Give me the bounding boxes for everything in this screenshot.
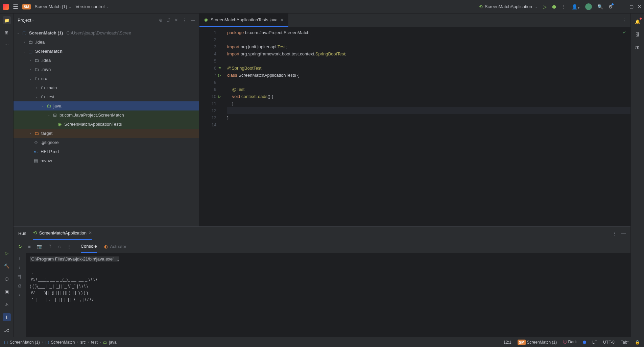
editor-gutter: 1 2 3 4 5 6⟲ 7▷ 8 9 10▷ 11 12 13 14 xyxy=(199,27,223,226)
spring-icon: ⟲ xyxy=(479,4,483,9)
minimize-button[interactable]: — xyxy=(621,4,625,9)
app-icon xyxy=(3,4,9,10)
editor-tab-bar: ◉ ScreenMatchApplicationTests.java ✕ ⋮ xyxy=(199,14,630,27)
print-icon[interactable]: ⎙ xyxy=(18,283,21,288)
debug-button[interactable]: ⬢ xyxy=(552,4,556,9)
right-tool-rail: 🔔 🗄 m xyxy=(630,14,644,337)
code-editor[interactable]: 1 2 3 4 5 6⟲ 7▷ 8 9 10▷ 11 12 13 14 xyxy=(199,27,630,226)
scroll-up-icon[interactable]: ↑ xyxy=(18,256,21,261)
console-tab[interactable]: Console xyxy=(81,240,97,253)
vcs-tool-icon[interactable]: ⎇ xyxy=(3,326,11,334)
console-output[interactable]: "C:\Program Files\Java\jdk-21\bin\java.e… xyxy=(26,253,630,337)
run-button[interactable]: ▷ xyxy=(543,4,547,9)
tree-item-java[interactable]: ⌄🗀 java xyxy=(14,101,199,110)
tree-item-gitignore[interactable]: ⊘ .gitignore xyxy=(14,138,199,147)
user-avatar[interactable] xyxy=(585,3,592,10)
tree-item-mvnw[interactable]: ▤ mvnw xyxy=(14,156,199,165)
project-name-dropdown[interactable]: ScreenMatch (1) ⌄ xyxy=(35,4,72,9)
inspection-ok-icon[interactable]: ✓ xyxy=(623,30,626,35)
search-icon[interactable]: 🔍 xyxy=(597,4,603,9)
run-gutter-icon[interactable]: ▷ xyxy=(218,93,221,100)
collaborate-icon[interactable]: 👤₊ xyxy=(572,4,580,9)
exit-icon[interactable]: ⤒ xyxy=(48,244,52,249)
run-options-icon[interactable]: ⋮ xyxy=(612,231,617,236)
run-label: Run xyxy=(18,231,26,236)
tree-item-idea2[interactable]: ›🗀 .idea xyxy=(14,56,199,65)
spring-icon: ⟲ xyxy=(33,230,37,236)
scroll-down-icon[interactable]: ↓ xyxy=(18,265,21,270)
close-tab-icon[interactable]: ✕ xyxy=(280,18,284,22)
titlebar: ☰ SM ScreenMatch (1) ⌄ Version control ⌄… xyxy=(0,0,644,14)
editor-tab[interactable]: ◉ ScreenMatchApplicationTests.java ✕ xyxy=(199,14,288,27)
cursor-position[interactable]: 12:1 xyxy=(503,340,511,345)
more-tool-icon[interactable]: ⋯ xyxy=(3,41,11,49)
run-config-tab[interactable]: ⟲ ScreenMatchApplication ✕ xyxy=(33,227,92,240)
run-tool-icon[interactable]: ▷ xyxy=(3,249,11,257)
editor-options-icon[interactable]: ⋮ xyxy=(622,18,626,23)
project-badge: SM xyxy=(22,4,31,9)
tree-item-mvn[interactable]: ›🗀 .mvn xyxy=(14,65,199,74)
tree-item-main[interactable]: ›🗀 main xyxy=(14,83,199,92)
tree-item-src[interactable]: ⌄🗀 src xyxy=(14,74,199,83)
version-control-dropdown[interactable]: Version control ⌄ xyxy=(75,4,109,9)
close-run-tab-icon[interactable]: ✕ xyxy=(89,230,92,235)
database-icon[interactable]: 🗄 xyxy=(634,30,642,39)
run-gutter-icon[interactable]: ⟲ xyxy=(218,65,221,72)
hide-run-icon[interactable]: — xyxy=(621,231,626,236)
collapse-icon[interactable]: ✕ xyxy=(174,18,178,23)
main-menu-icon[interactable]: ☰ xyxy=(13,3,18,10)
settings-icon[interactable]: ⚙ xyxy=(609,4,613,9)
tree-item-test-class[interactable]: ◉ ScreenMatchApplicationTests xyxy=(14,120,199,129)
soft-wrap-icon[interactable]: ⇶ xyxy=(18,274,21,279)
locate-icon[interactable]: ⊕ xyxy=(159,18,163,23)
dependencies-tool-icon[interactable]: ⬇ xyxy=(3,313,11,321)
theme-indicator[interactable]: ⓜ Dark xyxy=(563,339,577,345)
maven-icon[interactable]: m xyxy=(634,43,642,51)
chevron-down-icon[interactable]: ⌄ xyxy=(32,18,34,22)
run-gutter-icon[interactable]: ▷ xyxy=(218,72,221,79)
notifications-icon[interactable]: 🔔 xyxy=(634,18,642,26)
project-panel-title[interactable]: Project xyxy=(18,18,31,23)
actuator-tab[interactable]: ◐ Actuator xyxy=(104,240,126,253)
tree-item-idea[interactable]: ›🗀 .idea xyxy=(14,38,199,47)
snapshot-icon[interactable]: 📷 xyxy=(37,244,42,249)
sync-indicator[interactable] xyxy=(583,341,586,344)
tree-item-package[interactable]: ⌄⊞ br.com.JavaProject.ScreenMatch xyxy=(14,110,199,120)
tree-item-test[interactable]: ⌄🗀 test xyxy=(14,92,199,101)
project-panel: Project ⌄ ⊕ ⇵ ✕ ⋮ — ⌄▢ ScreenMatch (1) C… xyxy=(14,14,199,226)
actuator-icon: ◐ xyxy=(104,244,108,249)
terminal-tool-icon[interactable]: ▣ xyxy=(3,288,11,296)
hide-panel-icon[interactable]: — xyxy=(191,18,195,23)
line-separator[interactable]: LF xyxy=(592,340,597,345)
status-bar: ▢ScreenMatch (1) › ▢ScreenMatch ›src ›te… xyxy=(0,337,644,347)
maximize-button[interactable]: ▢ xyxy=(629,4,634,9)
project-tool-icon[interactable]: 📁 xyxy=(3,16,11,24)
rerun-icon[interactable]: ↻ xyxy=(18,244,22,249)
services-tool-icon[interactable]: ⬡ xyxy=(3,275,11,283)
tree-options-icon[interactable]: ⋮ xyxy=(182,18,187,23)
more-run-icon[interactable]: ⋮ xyxy=(67,244,71,249)
expand-console-icon[interactable]: › xyxy=(19,292,20,297)
indent-indicator[interactable]: Tab* xyxy=(621,340,629,345)
tree-item-help[interactable]: M↓ HELP.md xyxy=(14,147,199,156)
structure-tool-icon[interactable]: ⊞ xyxy=(3,28,11,36)
project-tree[interactable]: ⌄▢ ScreenMatch (1) C:\Users\joaop\Downlo… xyxy=(14,27,199,226)
readonly-icon[interactable]: 🔒 xyxy=(635,340,640,345)
layout-icon[interactable]: ⌂ xyxy=(58,244,61,249)
run-config-dropdown[interactable]: ⟲ ScreenMatchApplication ⌄ xyxy=(479,4,538,9)
breadcrumb[interactable]: ▢ScreenMatch (1) › ▢ScreenMatch ›src ›te… xyxy=(4,340,117,345)
close-button[interactable]: ✕ xyxy=(638,4,641,9)
stop-icon[interactable]: ■ xyxy=(28,244,31,249)
more-actions-icon[interactable]: ⋮ xyxy=(562,4,566,9)
tree-item-target[interactable]: ›🗀 target xyxy=(14,129,199,138)
editor-panel: ◉ ScreenMatchApplicationTests.java ✕ ⋮ 1… xyxy=(199,14,630,226)
left-tool-rail: 📁 ⊞ ⋯ ▷ 🔨 ⬡ ▣ ⚠ ⬇ ⎇ xyxy=(0,14,14,337)
build-tool-icon[interactable]: 🔨 xyxy=(3,262,11,270)
spring-test-icon: ◉ xyxy=(204,17,208,22)
tree-item-module[interactable]: ⌄▢ ScreenMatch xyxy=(14,47,199,56)
encoding-indicator[interactable]: UTF-8 xyxy=(603,340,615,345)
branch-indicator[interactable]: ScreenMatch (1) xyxy=(527,340,557,345)
expand-icon[interactable]: ⇵ xyxy=(167,18,170,23)
problems-tool-icon[interactable]: ⚠ xyxy=(3,300,11,308)
tree-root[interactable]: ⌄▢ ScreenMatch (1) C:\Users\joaop\Downlo… xyxy=(14,28,199,38)
